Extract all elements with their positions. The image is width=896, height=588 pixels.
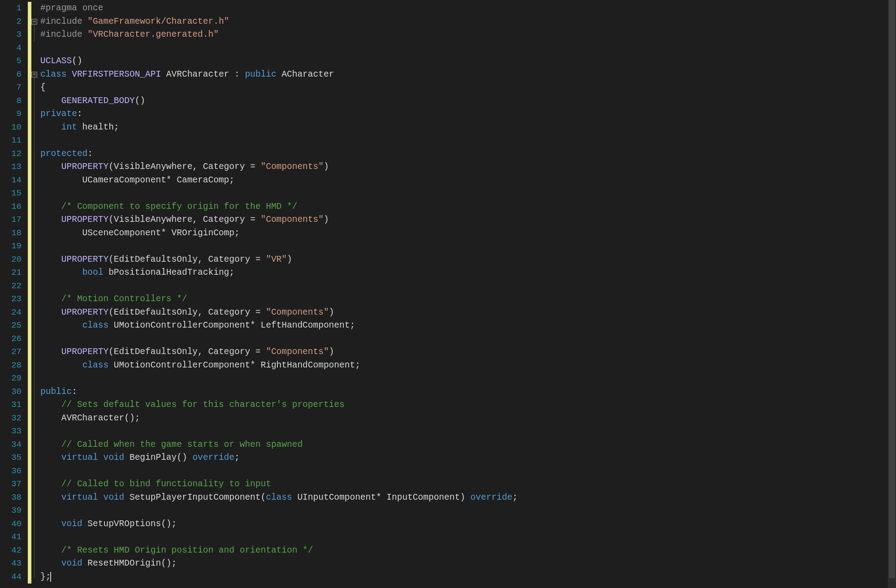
code-line[interactable]: UCameraComponent* CameraComp; [40, 174, 896, 187]
line-number: 32 [0, 412, 28, 425]
code-line[interactable] [40, 134, 896, 147]
code-line[interactable]: private: [40, 108, 896, 121]
code-token: // Called to bind functionality to input [61, 479, 271, 489]
code-line[interactable]: protected: [40, 147, 896, 161]
code-line[interactable]: UPROPERTY(EditDefaultsOnly, Category = "… [40, 306, 896, 320]
code-line[interactable]: // Called when the game starts or when s… [40, 438, 896, 452]
code-line[interactable]: UPROPERTY(VisibleAnywhere, Category = "C… [40, 160, 896, 174]
code-line[interactable]: GENERATED_BODY() [40, 95, 896, 108]
code-token [40, 96, 61, 106]
code-line[interactable]: // Called to bind functionality to input [40, 478, 896, 491]
code-line[interactable] [40, 187, 896, 200]
code-token: virtual [61, 493, 98, 502]
code-line[interactable]: int health; [40, 121, 896, 134]
code-token: ; [234, 453, 240, 463]
fold-cell [31, 95, 39, 108]
code-token: UMotionControllerComponent* RightHandCom… [108, 360, 360, 370]
code-line[interactable]: /* Resets HMD Origin position and orient… [40, 544, 896, 558]
code-token: // Called when the game starts or when s… [61, 440, 303, 450]
fold-toggle-icon[interactable]: − [31, 72, 37, 78]
code-line[interactable]: }; [40, 571, 896, 584]
code-token: UCameraComponent* CameraComp; [40, 175, 234, 185]
line-modified-marker [28, 2, 31, 15]
line-modified-marker [28, 253, 31, 267]
fold-cell [31, 425, 39, 438]
code-line[interactable]: UPROPERTY(EditDefaultsOnly, Category = "… [40, 253, 896, 267]
fold-cell [31, 531, 39, 544]
line-number: 40 [0, 518, 28, 531]
vertical-scrollbar-thumb[interactable] [889, 0, 895, 578]
fold-cell [31, 121, 39, 134]
code-line[interactable] [40, 372, 896, 385]
line-number: 31 [0, 398, 28, 412]
code-token [40, 122, 61, 132]
line-number: 24 [0, 306, 28, 320]
fold-cell [31, 385, 39, 399]
line-modified-marker [28, 28, 31, 42]
code-line[interactable] [40, 240, 896, 253]
code-line[interactable]: AVRCharacter(); [40, 412, 896, 425]
code-line[interactable]: class VRFIRSTPERSON_API AVRCharacter : p… [40, 68, 896, 82]
code-line[interactable]: void SetupVROptions(); [40, 518, 896, 531]
code-token: public [245, 69, 276, 79]
fold-cell [31, 557, 39, 571]
line-number: 6 [0, 68, 28, 82]
code-line[interactable]: UPROPERTY(VisibleAnywhere, Category = "C… [40, 213, 896, 227]
code-line[interactable]: USceneComponent* VROriginComp; [40, 227, 896, 240]
code-line[interactable]: #pragma once [40, 2, 896, 15]
code-line[interactable]: /* Component to specify origin for the H… [40, 200, 896, 214]
code-line[interactable] [40, 531, 896, 544]
code-line[interactable]: #include "GameFramework/Character.h" [40, 15, 896, 29]
line-number: 35 [0, 451, 28, 465]
code-token [67, 69, 72, 79]
fold-cell [31, 42, 39, 55]
vertical-scrollbar[interactable] [888, 0, 896, 588]
code-token: VRFIRSTPERSON_API [72, 69, 161, 79]
line-number: 1 [0, 2, 28, 15]
code-line[interactable]: void ResetHMDOrigin(); [40, 557, 896, 571]
code-line[interactable]: class UMotionControllerComponent* RightH… [40, 359, 896, 372]
modification-indicator-bar [28, 0, 31, 588]
code-area[interactable]: #pragma once#include "GameFramework/Char… [39, 0, 896, 588]
code-line[interactable]: UPROPERTY(EditDefaultsOnly, Category = "… [40, 346, 896, 359]
code-token: (EditDefaultsOnly, Category = [108, 255, 266, 264]
code-token: ; [512, 493, 518, 502]
code-line[interactable]: public: [40, 385, 896, 399]
fold-cell [31, 280, 39, 293]
code-line[interactable] [40, 333, 896, 346]
line-number: 22 [0, 280, 28, 293]
fold-cell [31, 227, 39, 240]
code-line[interactable]: class UMotionControllerComponent* LeftHa… [40, 319, 896, 333]
code-line[interactable] [40, 42, 896, 55]
fold-cell [31, 266, 39, 280]
code-token [40, 493, 61, 502]
line-number: 17 [0, 213, 28, 227]
code-line[interactable]: UCLASS() [40, 55, 896, 68]
line-number: 15 [0, 187, 28, 200]
code-line[interactable] [40, 280, 896, 293]
line-modified-marker [28, 240, 31, 253]
code-token: class [266, 493, 292, 502]
line-number: 14 [0, 174, 28, 187]
code-line[interactable]: /* Motion Controllers */ [40, 293, 896, 306]
code-line[interactable]: virtual void SetupPlayerInputComponent(c… [40, 491, 896, 505]
code-line[interactable]: #include "VRCharacter.generated.h" [40, 28, 896, 42]
code-line[interactable]: virtual void BeginPlay() override; [40, 451, 896, 465]
code-line[interactable]: bool bPositionalHeadTracking; [40, 266, 896, 280]
code-token: void [61, 558, 82, 568]
code-token: UPROPERTY [61, 347, 108, 357]
fold-cell [31, 359, 39, 372]
code-line[interactable]: { [40, 81, 896, 95]
code-line[interactable] [40, 465, 896, 478]
code-line[interactable] [40, 504, 896, 518]
line-modified-marker [28, 571, 31, 584]
code-editor: 1234567891011121314151617181920212223242… [0, 0, 896, 588]
code-token [40, 360, 82, 370]
code-token [40, 558, 61, 568]
code-token: ResetHMDOrigin(); [82, 558, 177, 568]
code-line[interactable] [40, 425, 896, 438]
code-token: /* Motion Controllers */ [61, 294, 187, 304]
fold-toggle-icon[interactable]: − [31, 19, 37, 25]
code-line[interactable]: // Sets default values for this characte… [40, 398, 896, 412]
code-token: "Components" [266, 347, 329, 357]
